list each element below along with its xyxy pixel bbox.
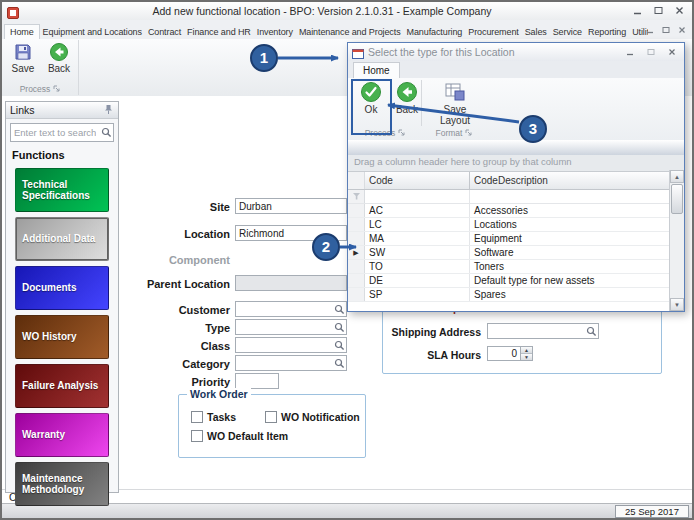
- customer-input[interactable]: [236, 304, 332, 315]
- minimize-icon[interactable]: [628, 4, 647, 17]
- link-label: Technical Specifications: [22, 179, 102, 202]
- tab-inventory[interactable]: Inventory: [254, 24, 296, 39]
- grid-row-sw[interactable]: ▶ SW Software: [348, 246, 670, 260]
- type-lookup-field: [235, 319, 347, 335]
- link-failure-analysis[interactable]: Failure Analysis: [15, 364, 109, 408]
- link-technical-specifications[interactable]: Technical Specifications: [15, 168, 109, 212]
- back-button-label: Back: [48, 63, 70, 74]
- select-type-dialog: Select the type for this Location Home O…: [347, 42, 685, 312]
- tab-contract[interactable]: Contract: [145, 24, 184, 39]
- tasks-checkbox[interactable]: [191, 411, 203, 423]
- links-panel: Links Functions Technical Specifications…: [5, 101, 119, 493]
- category-input[interactable]: [236, 358, 332, 369]
- save-icon: [13, 42, 33, 62]
- dialog-launcher-icon[interactable]: [53, 84, 60, 94]
- tab-equipment-and-locations[interactable]: Equipment and Locations: [40, 24, 145, 39]
- link-documents[interactable]: Documents: [15, 266, 109, 310]
- titlebar: Add new functional location - BPO: Versi…: [2, 2, 692, 21]
- grid-header-row: Code CodeDescription: [348, 172, 670, 190]
- spinner-up-icon[interactable]: ▲: [521, 347, 532, 354]
- type-grid: Drag a column header here to group by th…: [348, 155, 684, 311]
- filter-cell-code[interactable]: [365, 190, 470, 203]
- grid-row-ac[interactable]: AC Accessories: [348, 204, 670, 218]
- dialog-tab-home[interactable]: Home: [353, 62, 400, 79]
- scrollbar-thumb[interactable]: [671, 184, 683, 214]
- back-button[interactable]: Back: [42, 42, 76, 74]
- ok-button[interactable]: Ok: [354, 81, 388, 115]
- wo-notification-checkbox[interactable]: [265, 411, 277, 423]
- ribbon-group-label: Process: [5, 84, 75, 94]
- grid-scrollbar[interactable]: ▲ ▼: [669, 170, 684, 311]
- grid-row-to[interactable]: TO Toners: [348, 260, 670, 274]
- dialog-format-group-label: Format: [424, 127, 484, 139]
- class-input[interactable]: [236, 340, 332, 351]
- class-lookup-field: [235, 337, 347, 353]
- dialog-shine-band: [348, 140, 684, 156]
- type-label: Type: [120, 322, 230, 334]
- spinner-down-icon[interactable]: ▼: [521, 354, 532, 360]
- tab-finance-and-hr[interactable]: Finance and HR: [184, 24, 254, 39]
- dialog-back-button[interactable]: Back: [390, 81, 424, 115]
- tab-service[interactable]: Service: [550, 24, 585, 39]
- wo-notification-checkbox-row[interactable]: WO Notification: [265, 411, 360, 423]
- work-order-group: Work Order Tasks WO Notification WO Defa…: [178, 394, 366, 458]
- dialog-icon: [352, 46, 364, 58]
- shipping-address-input[interactable]: [488, 326, 584, 337]
- scroll-up-icon[interactable]: ▲: [670, 170, 684, 183]
- tasks-checkbox-row[interactable]: Tasks: [191, 411, 236, 423]
- grid-filter-row[interactable]: [348, 190, 670, 204]
- scroll-down-icon[interactable]: ▼: [670, 298, 684, 311]
- work-order-title: Work Order: [187, 388, 251, 400]
- save-button[interactable]: Save: [6, 42, 40, 74]
- lookup-icon[interactable]: [332, 340, 346, 351]
- link-label: Warranty: [22, 429, 65, 441]
- tab-home[interactable]: Home: [4, 24, 40, 39]
- mdi-minimize-icon[interactable]: [643, 24, 656, 35]
- link-warranty[interactable]: Warranty: [15, 413, 109, 457]
- wo-default-item-checkbox[interactable]: [191, 430, 203, 442]
- dialog-launcher-icon[interactable]: [398, 128, 405, 138]
- dialog-minimize-icon[interactable]: [620, 46, 639, 58]
- mdi-restore-icon[interactable]: [659, 24, 672, 35]
- link-label: Documents: [22, 282, 76, 294]
- wo-notification-label: WO Notification: [281, 411, 360, 423]
- tab-procurement[interactable]: Procurement: [465, 24, 521, 39]
- search-icon[interactable]: [99, 127, 113, 138]
- grid-row-lc[interactable]: LC Locations: [348, 218, 670, 232]
- link-wo-history[interactable]: WO History: [15, 315, 109, 359]
- site-input[interactable]: [235, 198, 347, 214]
- wo-default-item-checkbox-row[interactable]: WO Default Item: [191, 430, 288, 442]
- type-input[interactable]: [236, 322, 332, 333]
- group-by-panel[interactable]: Drag a column header here to group by th…: [348, 155, 684, 172]
- grid-row-de[interactable]: DE Default type for new assets: [348, 274, 670, 288]
- column-header-codedescription[interactable]: CodeDescription: [470, 172, 670, 189]
- dialog-launcher-icon[interactable]: [465, 128, 472, 138]
- category-lookup-field: [235, 355, 347, 371]
- lookup-icon[interactable]: [332, 358, 346, 369]
- location-input[interactable]: [235, 225, 347, 241]
- filter-row-icon: [348, 190, 365, 203]
- filter-cell-description[interactable]: [470, 190, 670, 203]
- priority-input[interactable]: [235, 373, 279, 389]
- grid-row-ma[interactable]: MA Equipment: [348, 232, 670, 246]
- lookup-icon[interactable]: [584, 326, 598, 337]
- link-additional-data[interactable]: Additional Data: [15, 217, 109, 261]
- lookup-icon[interactable]: [332, 322, 346, 333]
- tab-sales[interactable]: Sales: [522, 24, 550, 39]
- close-icon[interactable]: [670, 4, 689, 17]
- pin-icon[interactable]: [103, 104, 114, 117]
- lookup-icon[interactable]: [332, 304, 346, 315]
- dialog-toolbar: Ok Back Save Layout Process Format: [348, 78, 684, 140]
- link-maintenance-methodology[interactable]: Maintenance Methodology: [15, 462, 109, 506]
- save-layout-button[interactable]: Save Layout: [428, 81, 482, 126]
- links-search-input[interactable]: [11, 127, 99, 138]
- dialog-close-icon[interactable]: [662, 46, 681, 58]
- tab-maintenance-and-projects[interactable]: Maintenance and Projects: [296, 24, 404, 39]
- sla-hours-value[interactable]: 0: [488, 347, 520, 360]
- grid-row-sp[interactable]: SP Spares: [348, 288, 670, 302]
- tab-reporting[interactable]: Reporting: [585, 24, 629, 39]
- tab-manufacturing[interactable]: Manufacturing: [404, 24, 466, 39]
- maximize-icon[interactable]: [649, 4, 668, 17]
- mdi-close-icon[interactable]: [675, 24, 688, 35]
- column-header-code[interactable]: Code: [365, 172, 470, 189]
